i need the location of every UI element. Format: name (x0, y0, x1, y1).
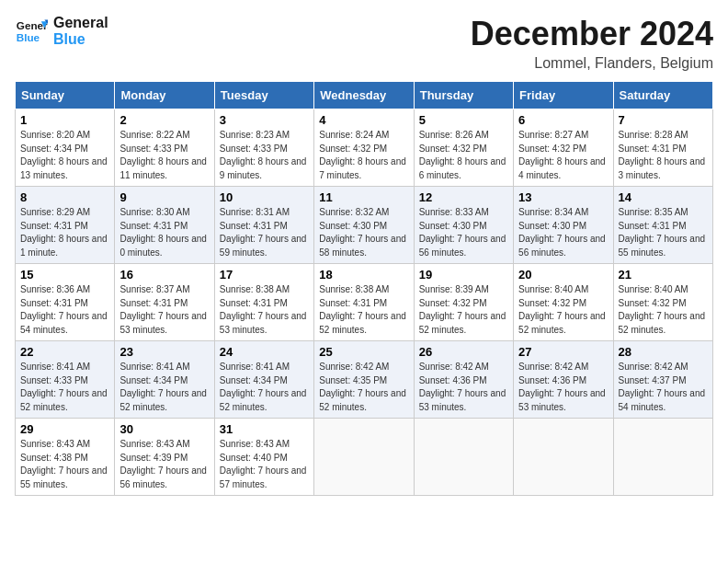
day-number: 22 (20, 345, 109, 359)
day-detail: Sunrise: 8:23 AMSunset: 4:33 PMDaylight:… (220, 130, 307, 180)
day-detail: Sunrise: 8:43 AMSunset: 4:40 PMDaylight:… (220, 439, 307, 489)
logo-icon: General Blue (15, 15, 48, 48)
calendar-cell: 16Sunrise: 8:37 AMSunset: 4:31 PMDayligh… (115, 264, 214, 341)
calendar-header-row: SundayMondayTuesdayWednesdayThursdayFrid… (16, 82, 713, 109)
day-number: 4 (319, 113, 408, 127)
day-detail: Sunrise: 8:27 AMSunset: 4:32 PMDaylight:… (518, 130, 606, 180)
calendar-cell: 20Sunrise: 8:40 AMSunset: 4:32 PMDayligh… (514, 264, 613, 341)
day-number: 18 (319, 268, 408, 282)
day-number: 28 (619, 345, 708, 359)
calendar-cell: 12Sunrise: 8:33 AMSunset: 4:30 PMDayligh… (414, 187, 513, 264)
day-detail: Sunrise: 8:41 AMSunset: 4:34 PMDaylight:… (119, 362, 207, 412)
calendar-cell: 1Sunrise: 8:20 AMSunset: 4:34 PMDaylight… (16, 109, 115, 187)
calendar-week-row: 22Sunrise: 8:41 AMSunset: 4:33 PMDayligh… (16, 341, 713, 419)
day-number: 3 (220, 113, 309, 127)
day-detail: Sunrise: 8:40 AMSunset: 4:32 PMDaylight:… (518, 284, 606, 335)
calendar-subtitle: Lommel, Flanders, Belgium (471, 55, 713, 72)
day-detail: Sunrise: 8:40 AMSunset: 4:32 PMDaylight:… (619, 284, 706, 335)
logo-line1: General (53, 15, 108, 31)
calendar-cell: 13Sunrise: 8:34 AMSunset: 4:30 PMDayligh… (514, 187, 613, 264)
day-number: 7 (619, 113, 708, 127)
calendar-cell: 6Sunrise: 8:27 AMSunset: 4:32 PMDaylight… (514, 109, 613, 187)
day-detail: Sunrise: 8:22 AMSunset: 4:33 PMDaylight:… (119, 130, 207, 180)
day-detail: Sunrise: 8:30 AMSunset: 4:31 PMDaylight:… (119, 207, 207, 258)
header-thursday: Thursday (414, 82, 513, 109)
day-number: 2 (119, 113, 209, 127)
day-number: 17 (220, 268, 309, 282)
calendar-cell: 26Sunrise: 8:42 AMSunset: 4:36 PMDayligh… (414, 341, 513, 419)
day-detail: Sunrise: 8:33 AMSunset: 4:30 PMDaylight:… (419, 207, 506, 258)
calendar-cell: 19Sunrise: 8:39 AMSunset: 4:32 PMDayligh… (414, 264, 513, 341)
calendar-cell: 9Sunrise: 8:30 AMSunset: 4:31 PMDaylight… (115, 187, 214, 264)
day-number: 16 (119, 268, 209, 282)
day-detail: Sunrise: 8:42 AMSunset: 4:35 PMDaylight:… (319, 362, 406, 412)
day-detail: Sunrise: 8:42 AMSunset: 4:36 PMDaylight:… (419, 362, 506, 412)
day-detail: Sunrise: 8:39 AMSunset: 4:32 PMDaylight:… (419, 284, 506, 335)
day-number: 20 (518, 268, 608, 282)
day-detail: Sunrise: 8:43 AMSunset: 4:38 PMDaylight:… (20, 439, 108, 489)
day-number: 21 (619, 268, 708, 282)
calendar-cell: 4Sunrise: 8:24 AMSunset: 4:32 PMDaylight… (314, 109, 414, 187)
day-number: 15 (20, 268, 109, 282)
calendar-cell: 2Sunrise: 8:22 AMSunset: 4:33 PMDaylight… (115, 109, 214, 187)
calendar-cell: 17Sunrise: 8:38 AMSunset: 4:31 PMDayligh… (214, 264, 313, 341)
calendar-cell: 15Sunrise: 8:36 AMSunset: 4:31 PMDayligh… (16, 264, 115, 341)
calendar-title: December 2024 (471, 15, 713, 53)
day-detail: Sunrise: 8:28 AMSunset: 4:31 PMDaylight:… (619, 130, 706, 180)
calendar-week-row: 1Sunrise: 8:20 AMSunset: 4:34 PMDaylight… (16, 109, 713, 187)
calendar-cell: 8Sunrise: 8:29 AMSunset: 4:31 PMDaylight… (16, 187, 115, 264)
day-number: 19 (419, 268, 508, 282)
day-detail: Sunrise: 8:29 AMSunset: 4:31 PMDaylight:… (20, 207, 108, 258)
day-detail: Sunrise: 8:24 AMSunset: 4:32 PMDaylight:… (319, 130, 406, 180)
header: General Blue General Blue December 2024 … (15, 15, 713, 72)
header-monday: Monday (115, 82, 214, 109)
calendar-cell (314, 419, 414, 496)
day-detail: Sunrise: 8:26 AMSunset: 4:32 PMDaylight:… (419, 130, 506, 180)
calendar-cell (414, 419, 513, 496)
calendar-cell: 3Sunrise: 8:23 AMSunset: 4:33 PMDaylight… (214, 109, 313, 187)
header-wednesday: Wednesday (314, 82, 414, 109)
day-number: 11 (319, 190, 408, 204)
calendar-cell: 18Sunrise: 8:38 AMSunset: 4:31 PMDayligh… (314, 264, 414, 341)
calendar-cell: 11Sunrise: 8:32 AMSunset: 4:30 PMDayligh… (314, 187, 414, 264)
calendar-cell: 14Sunrise: 8:35 AMSunset: 4:31 PMDayligh… (613, 187, 712, 264)
day-detail: Sunrise: 8:38 AMSunset: 4:31 PMDaylight:… (220, 284, 307, 335)
calendar-cell: 10Sunrise: 8:31 AMSunset: 4:31 PMDayligh… (214, 187, 313, 264)
logo-line2: Blue (53, 31, 108, 48)
day-number: 12 (419, 190, 508, 204)
day-detail: Sunrise: 8:42 AMSunset: 4:37 PMDaylight:… (619, 362, 706, 412)
day-detail: Sunrise: 8:35 AMSunset: 4:31 PMDaylight:… (619, 207, 706, 258)
day-detail: Sunrise: 8:42 AMSunset: 4:36 PMDaylight:… (518, 362, 606, 412)
calendar-cell: 7Sunrise: 8:28 AMSunset: 4:31 PMDaylight… (613, 109, 712, 187)
calendar-week-row: 29Sunrise: 8:43 AMSunset: 4:38 PMDayligh… (16, 419, 713, 496)
day-detail: Sunrise: 8:38 AMSunset: 4:31 PMDaylight:… (319, 284, 406, 335)
day-detail: Sunrise: 8:43 AMSunset: 4:39 PMDaylight:… (119, 439, 207, 489)
calendar-cell: 5Sunrise: 8:26 AMSunset: 4:32 PMDaylight… (414, 109, 513, 187)
day-detail: Sunrise: 8:36 AMSunset: 4:31 PMDaylight:… (20, 284, 108, 335)
day-number: 26 (419, 345, 508, 359)
calendar-week-row: 15Sunrise: 8:36 AMSunset: 4:31 PMDayligh… (16, 264, 713, 341)
header-friday: Friday (514, 82, 613, 109)
day-number: 29 (20, 422, 109, 436)
day-detail: Sunrise: 8:41 AMSunset: 4:33 PMDaylight:… (20, 362, 108, 412)
calendar-cell: 25Sunrise: 8:42 AMSunset: 4:35 PMDayligh… (314, 341, 414, 419)
day-number: 6 (518, 113, 608, 127)
calendar-cell: 24Sunrise: 8:41 AMSunset: 4:34 PMDayligh… (214, 341, 313, 419)
day-detail: Sunrise: 8:32 AMSunset: 4:30 PMDaylight:… (319, 207, 406, 258)
calendar-table: SundayMondayTuesdayWednesdayThursdayFrid… (15, 81, 713, 496)
day-detail: Sunrise: 8:31 AMSunset: 4:31 PMDaylight:… (220, 207, 307, 258)
calendar-cell: 31Sunrise: 8:43 AMSunset: 4:40 PMDayligh… (214, 419, 313, 496)
day-number: 25 (319, 345, 408, 359)
calendar-cell: 21Sunrise: 8:40 AMSunset: 4:32 PMDayligh… (613, 264, 712, 341)
day-detail: Sunrise: 8:37 AMSunset: 4:31 PMDaylight:… (119, 284, 207, 335)
day-detail: Sunrise: 8:34 AMSunset: 4:30 PMDaylight:… (518, 207, 606, 258)
calendar-cell (514, 419, 613, 496)
header-sunday: Sunday (16, 82, 115, 109)
calendar-cell: 29Sunrise: 8:43 AMSunset: 4:38 PMDayligh… (16, 419, 115, 496)
logo: General Blue General Blue (15, 15, 108, 48)
header-tuesday: Tuesday (214, 82, 313, 109)
svg-text:Blue: Blue (17, 31, 40, 43)
day-number: 1 (20, 113, 109, 127)
day-number: 5 (419, 113, 508, 127)
day-number: 10 (220, 190, 309, 204)
